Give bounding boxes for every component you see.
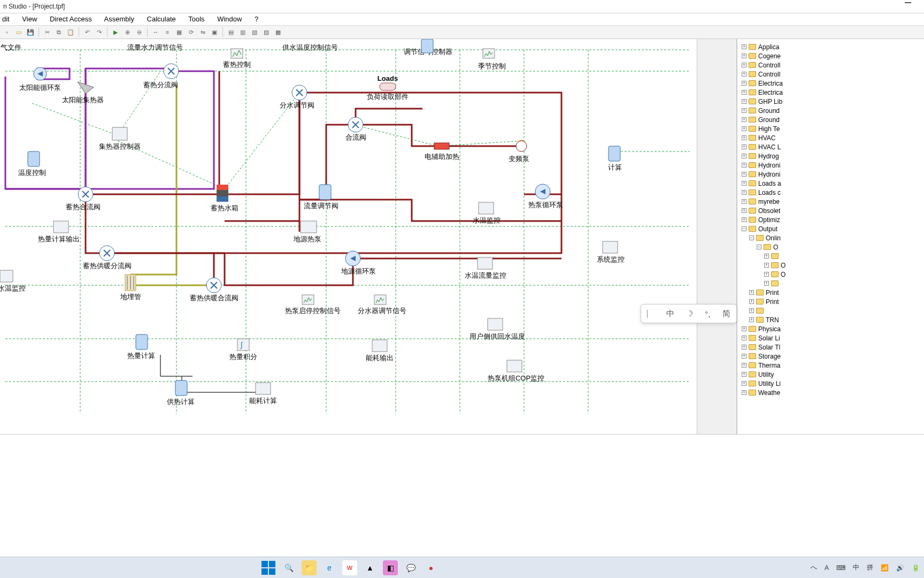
expand-icon[interactable]: + [742, 108, 746, 113]
record-icon[interactable]: ● [424, 560, 438, 575]
tree-item[interactable]: +Hydroni [742, 161, 924, 170]
vfd-pump-icon[interactable] [516, 141, 527, 151]
expand-icon[interactable]: + [742, 90, 746, 95]
tf-monitor-icon[interactable] [478, 257, 492, 269]
tree-item[interactable]: +HVAC L [742, 142, 924, 151]
wps-icon[interactable]: W [342, 560, 357, 575]
energy-calc-icon[interactable] [256, 383, 271, 394]
layer2-icon[interactable]: ▥ [238, 27, 248, 37]
tree-item[interactable]: +High Te [742, 124, 924, 133]
tree-item[interactable]: +Applica [742, 42, 924, 51]
tree-item[interactable]: +Hydroni [742, 170, 924, 179]
expand-icon[interactable]: + [742, 354, 746, 359]
tree-item[interactable]: +Obsolet [742, 206, 924, 215]
expand-icon[interactable]: + [749, 317, 754, 322]
explorer-icon[interactable]: 📁 [302, 560, 317, 575]
loads-icon[interactable] [380, 83, 396, 90]
grid-icon[interactable]: ▦ [174, 27, 184, 37]
minimize-icon[interactable] [905, 2, 911, 3]
tree-item[interactable]: +Print [749, 288, 924, 297]
integral-icon[interactable] [237, 339, 249, 351]
expand-icon[interactable]: + [742, 381, 746, 386]
tray-cn[interactable]: 中 [853, 563, 859, 572]
expand-icon[interactable]: + [764, 281, 769, 286]
tree-item[interactable]: + [749, 306, 924, 315]
tree-item[interactable]: +myrebe [742, 197, 924, 206]
tree-item[interactable]: −Output [742, 224, 924, 233]
rotate-icon[interactable]: ⟳ [186, 27, 196, 37]
copy-icon[interactable]: ⧉ [54, 27, 64, 37]
tree-item[interactable]: +Controll [742, 60, 924, 70]
volume-icon[interactable]: 🔊 [896, 564, 904, 572]
battery-icon[interactable]: 🔋 [912, 564, 920, 572]
save-icon[interactable]: 💾 [26, 27, 35, 37]
collapse-icon[interactable]: − [742, 226, 746, 231]
library-tree[interactable]: +Applica+Cogene+Controll+Controll+Electr… [737, 39, 924, 434]
expand-icon[interactable]: + [742, 81, 746, 86]
supply-calc-icon[interactable] [175, 381, 187, 396]
expand-icon[interactable]: + [749, 290, 754, 295]
tray-kbd-icon[interactable]: ⌨ [836, 564, 845, 572]
menu-view[interactable]: View [22, 15, 37, 23]
expand-icon[interactable]: + [742, 390, 746, 395]
taskbar[interactable]: 🔍 📁 e W ▲ ◧ 💬 ● へ A ⌨ 中 拼 📶 🔊 🔋 [0, 557, 924, 578]
expand-icon[interactable]: + [742, 44, 746, 49]
tree-item[interactable]: +Weathe [742, 388, 924, 397]
expand-icon[interactable]: + [742, 99, 746, 104]
flip-icon[interactable]: ⇋ [198, 27, 207, 37]
tree-item[interactable]: +Hydrog [742, 151, 924, 161]
cut-icon[interactable]: ✂ [42, 27, 52, 37]
ime-degree-icon[interactable]: °, [705, 309, 710, 318]
menu-direct[interactable]: Direct Access [50, 15, 92, 23]
link-icon[interactable]: ↔ [151, 27, 160, 37]
system-tray[interactable]: へ A ⌨ 中 拼 📶 🔊 🔋 [811, 563, 920, 572]
expand-icon[interactable]: + [742, 126, 746, 131]
open-icon[interactable]: ▭ [14, 27, 24, 37]
wifi-icon[interactable]: 📶 [881, 564, 889, 572]
expand-icon[interactable]: + [742, 181, 746, 186]
tree-item[interactable]: +Loads a [742, 179, 924, 188]
expand-icon[interactable]: + [742, 363, 746, 368]
expand-icon[interactable]: + [764, 254, 769, 258]
tree-item[interactable]: +Electrica [742, 88, 924, 97]
tree-item[interactable]: +Print [749, 297, 924, 306]
ime-toolbar[interactable]: ⎸ 中 ☽ °, 简 [641, 304, 737, 323]
edge-icon[interactable]: e [322, 560, 337, 575]
calc-icon-2[interactable] [609, 146, 620, 161]
layer5-icon[interactable]: ▩ [273, 27, 283, 37]
tree-item[interactable]: +Controll [742, 70, 924, 79]
collapse-icon[interactable]: − [757, 245, 761, 249]
ime-simp[interactable]: 简 [722, 309, 730, 319]
tree-item[interactable]: +O [764, 270, 924, 279]
heater-icon[interactable] [434, 143, 449, 149]
layer3-icon[interactable]: ▧ [250, 27, 259, 37]
expand-icon[interactable]: + [749, 299, 754, 304]
zoom-icon[interactable]: ⊕ [122, 27, 132, 37]
expand-icon[interactable]: + [742, 163, 746, 168]
heat-calc-icon[interactable] [136, 334, 148, 349]
run-icon[interactable]: ▶ [111, 27, 120, 37]
components[interactable]: 气文件 流量水力调节信号 供水温度控制信号 调节信号控制器 季节控制 太阳能循环… [0, 39, 625, 406]
menu-window[interactable]: Window [217, 15, 242, 23]
expand-icon[interactable]: + [742, 336, 746, 340]
tree-item[interactable]: +Ground [742, 115, 924, 124]
expand-icon[interactable]: + [742, 154, 746, 158]
expand-icon[interactable]: + [742, 326, 746, 331]
group-icon[interactable]: ▣ [210, 27, 219, 37]
start-icon[interactable] [261, 560, 276, 575]
tree-item[interactable]: +Physica [742, 324, 924, 333]
expand-icon[interactable]: + [764, 272, 769, 277]
tree-item[interactable]: +GHP Lib [742, 97, 924, 106]
expand-icon[interactable]: + [742, 199, 746, 204]
expand-icon[interactable]: + [742, 135, 746, 140]
layer-icon[interactable]: ▤ [226, 27, 236, 37]
tree-item[interactable]: + [764, 252, 924, 261]
output-icon-1[interactable] [53, 221, 68, 233]
search-icon[interactable]: 🔍 [281, 560, 296, 575]
expand-icon[interactable]: + [742, 190, 746, 195]
expand-icon[interactable]: + [742, 63, 746, 67]
tree-item[interactable]: +Storage [742, 352, 924, 361]
collapse-icon[interactable]: − [749, 235, 754, 240]
tree-item[interactable]: +Loads c [742, 188, 924, 197]
expand-icon[interactable]: + [742, 117, 746, 122]
